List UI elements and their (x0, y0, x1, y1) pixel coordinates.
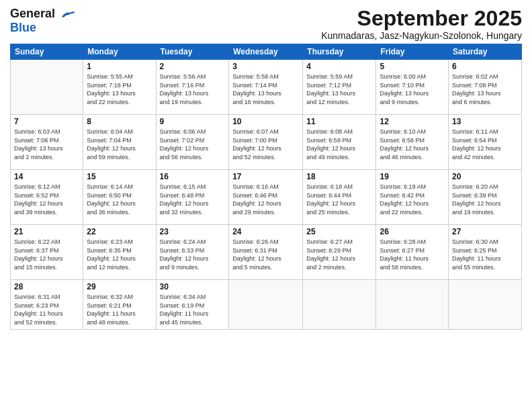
header: General Blue September 2025 Kunmadaras, … (10, 7, 522, 41)
col-monday: Monday (83, 44, 156, 60)
table-row (11, 60, 83, 115)
col-sunday: Sunday (11, 44, 83, 60)
cell-info-text: Sunrise: 5:56 AM Sunset: 7:16 PM Dayligh… (160, 73, 226, 106)
col-thursday: Thursday (303, 44, 376, 60)
col-friday: Friday (376, 44, 449, 60)
cell-info-text: Sunrise: 6:15 AM Sunset: 6:48 PM Dayligh… (160, 183, 226, 216)
page-title: September 2025 (321, 7, 522, 30)
table-row: 1Sunrise: 5:55 AM Sunset: 7:18 PM Daylig… (83, 60, 156, 115)
cell-day-number: 16 (160, 172, 226, 181)
calendar-header-row: Sunday Monday Tuesday Wednesday Thursday… (11, 44, 522, 60)
cell-day-number: 12 (380, 117, 445, 126)
table-row (376, 280, 449, 329)
cell-day-number: 7 (14, 117, 79, 126)
cell-info-text: Sunrise: 6:16 AM Sunset: 6:46 PM Dayligh… (232, 183, 299, 216)
cell-day-number: 2 (160, 62, 226, 71)
cell-day-number: 28 (14, 282, 79, 291)
page: General Blue September 2025 Kunmadaras, … (0, 0, 532, 411)
cell-info-text: Sunrise: 6:26 AM Sunset: 6:31 PM Dayligh… (232, 238, 299, 271)
logo-bird-icon (60, 10, 75, 19)
cell-day-number: 5 (380, 62, 445, 71)
table-row (229, 280, 303, 329)
cell-day-number: 30 (160, 282, 226, 291)
table-row: 3Sunrise: 5:58 AM Sunset: 7:14 PM Daylig… (229, 60, 303, 115)
cell-info-text: Sunrise: 6:27 AM Sunset: 6:29 PM Dayligh… (306, 238, 372, 271)
cell-day-number: 9 (160, 117, 226, 126)
table-row: 10Sunrise: 6:07 AM Sunset: 7:00 PM Dayli… (229, 115, 303, 170)
cell-info-text: Sunrise: 6:31 AM Sunset: 6:23 PM Dayligh… (14, 293, 79, 326)
cell-info-text: Sunrise: 6:03 AM Sunset: 7:06 PM Dayligh… (14, 128, 79, 161)
cell-day-number: 10 (232, 117, 299, 126)
table-row: 28Sunrise: 6:31 AM Sunset: 6:23 PM Dayli… (11, 280, 83, 329)
cell-day-number: 13 (452, 117, 518, 126)
table-row: 26Sunrise: 6:28 AM Sunset: 6:27 PM Dayli… (376, 225, 449, 280)
table-row: 9Sunrise: 6:06 AM Sunset: 7:02 PM Daylig… (156, 115, 229, 170)
table-row: 17Sunrise: 6:16 AM Sunset: 6:46 PM Dayli… (229, 170, 303, 225)
title-block: September 2025 Kunmadaras, Jasz-Nagykun-… (321, 7, 522, 41)
table-row: 18Sunrise: 6:18 AM Sunset: 6:44 PM Dayli… (303, 170, 376, 225)
table-row (303, 280, 376, 329)
cell-info-text: Sunrise: 6:00 AM Sunset: 7:10 PM Dayligh… (380, 73, 445, 106)
page-subtitle: Kunmadaras, Jasz-Nagykun-Szolonok, Hunga… (321, 30, 522, 41)
cell-day-number: 24 (232, 227, 299, 236)
logo-general: General (10, 7, 55, 20)
table-row: 22Sunrise: 6:23 AM Sunset: 6:35 PM Dayli… (83, 225, 156, 280)
table-row: 8Sunrise: 6:04 AM Sunset: 7:04 PM Daylig… (83, 115, 156, 170)
cell-day-number: 15 (87, 172, 152, 181)
cell-info-text: Sunrise: 6:22 AM Sunset: 6:37 PM Dayligh… (14, 238, 79, 271)
cell-day-number: 25 (306, 227, 372, 236)
cell-day-number: 17 (232, 172, 299, 181)
table-row: 20Sunrise: 6:20 AM Sunset: 6:39 PM Dayli… (449, 170, 522, 225)
cell-info-text: Sunrise: 6:06 AM Sunset: 7:02 PM Dayligh… (160, 128, 226, 161)
table-row: 24Sunrise: 6:26 AM Sunset: 6:31 PM Dayli… (229, 225, 303, 280)
logo: General Blue (10, 7, 75, 35)
cell-day-number: 23 (160, 227, 226, 236)
cell-info-text: Sunrise: 6:11 AM Sunset: 6:54 PM Dayligh… (452, 128, 518, 161)
cell-day-number: 6 (452, 62, 518, 71)
cell-info-text: Sunrise: 6:18 AM Sunset: 6:44 PM Dayligh… (306, 183, 372, 216)
cell-info-text: Sunrise: 6:14 AM Sunset: 6:50 PM Dayligh… (87, 183, 152, 216)
cell-info-text: Sunrise: 6:12 AM Sunset: 6:52 PM Dayligh… (14, 183, 79, 216)
col-tuesday: Tuesday (156, 44, 229, 60)
cell-day-number: 4 (306, 62, 372, 71)
cell-day-number: 20 (452, 172, 518, 181)
table-row: 16Sunrise: 6:15 AM Sunset: 6:48 PM Dayli… (156, 170, 229, 225)
cell-info-text: Sunrise: 6:34 AM Sunset: 6:19 PM Dayligh… (160, 293, 226, 326)
table-row: 23Sunrise: 6:24 AM Sunset: 6:33 PM Dayli… (156, 225, 229, 280)
cell-day-number: 27 (452, 227, 518, 236)
logo-blue: Blue (10, 21, 36, 34)
table-row: 4Sunrise: 5:59 AM Sunset: 7:12 PM Daylig… (303, 60, 376, 115)
table-row: 27Sunrise: 6:30 AM Sunset: 6:25 PM Dayli… (449, 225, 522, 280)
cell-info-text: Sunrise: 5:55 AM Sunset: 7:18 PM Dayligh… (87, 73, 152, 106)
cell-day-number: 29 (87, 282, 152, 291)
cell-info-text: Sunrise: 6:08 AM Sunset: 6:58 PM Dayligh… (306, 128, 372, 161)
cell-info-text: Sunrise: 6:24 AM Sunset: 6:33 PM Dayligh… (160, 238, 226, 271)
cell-info-text: Sunrise: 6:30 AM Sunset: 6:25 PM Dayligh… (452, 238, 518, 271)
cell-day-number: 26 (380, 227, 445, 236)
cell-info-text: Sunrise: 6:04 AM Sunset: 7:04 PM Dayligh… (87, 128, 152, 161)
cell-day-number: 18 (306, 172, 372, 181)
calendar-table: Sunday Monday Tuesday Wednesday Thursday… (10, 44, 522, 329)
cell-day-number: 19 (380, 172, 445, 181)
table-row: 14Sunrise: 6:12 AM Sunset: 6:52 PM Dayli… (11, 170, 83, 225)
cell-info-text: Sunrise: 6:20 AM Sunset: 6:39 PM Dayligh… (452, 183, 518, 216)
table-row: 11Sunrise: 6:08 AM Sunset: 6:58 PM Dayli… (303, 115, 376, 170)
cell-day-number: 22 (87, 227, 152, 236)
cell-day-number: 14 (14, 172, 79, 181)
table-row: 30Sunrise: 6:34 AM Sunset: 6:19 PM Dayli… (156, 280, 229, 329)
cell-info-text: Sunrise: 6:02 AM Sunset: 7:08 PM Dayligh… (452, 73, 518, 106)
col-wednesday: Wednesday (229, 44, 303, 60)
table-row: 5Sunrise: 6:00 AM Sunset: 7:10 PM Daylig… (376, 60, 449, 115)
table-row: 21Sunrise: 6:22 AM Sunset: 6:37 PM Dayli… (11, 225, 83, 280)
table-row: 6Sunrise: 6:02 AM Sunset: 7:08 PM Daylig… (449, 60, 522, 115)
cell-day-number: 8 (87, 117, 152, 126)
cell-day-number: 3 (232, 62, 299, 71)
cell-info-text: Sunrise: 6:32 AM Sunset: 6:21 PM Dayligh… (87, 293, 152, 326)
table-row: 12Sunrise: 6:10 AM Sunset: 6:56 PM Dayli… (376, 115, 449, 170)
cell-info-text: Sunrise: 6:19 AM Sunset: 6:42 PM Dayligh… (380, 183, 445, 216)
table-row: 2Sunrise: 5:56 AM Sunset: 7:16 PM Daylig… (156, 60, 229, 115)
cell-info-text: Sunrise: 6:28 AM Sunset: 6:27 PM Dayligh… (380, 238, 445, 271)
cell-day-number: 21 (14, 227, 79, 236)
cell-info-text: Sunrise: 5:59 AM Sunset: 7:12 PM Dayligh… (306, 73, 372, 106)
table-row: 19Sunrise: 6:19 AM Sunset: 6:42 PM Dayli… (376, 170, 449, 225)
